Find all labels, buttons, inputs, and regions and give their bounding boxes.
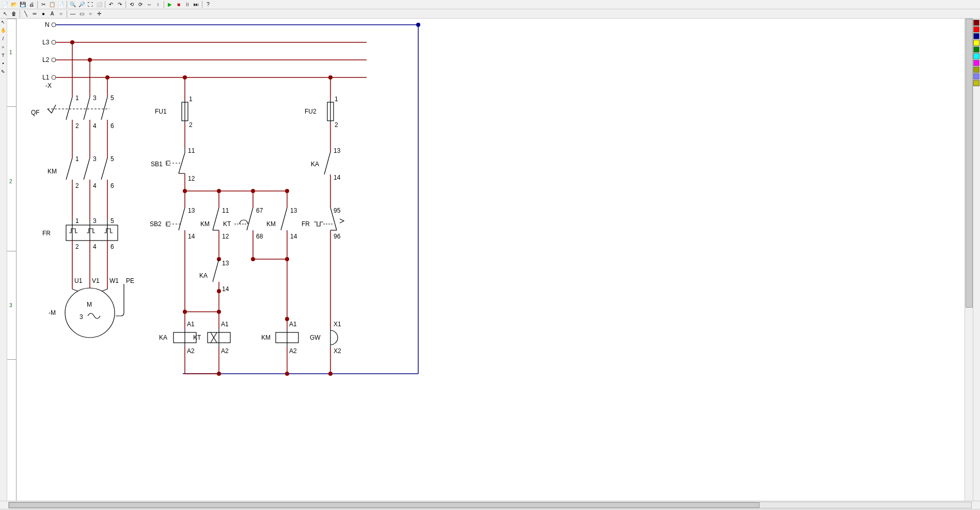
rect-icon[interactable]: ▭ [77, 10, 86, 18]
color-swatch[interactable] [973, 60, 979, 66]
center-icon[interactable]: ✛ [95, 10, 103, 18]
vertical-scrollbar[interactable] [965, 19, 973, 501]
rotate-left-icon[interactable]: ⟲ [128, 1, 136, 9]
junction-node [285, 372, 289, 376]
tool-hand-icon[interactable]: ✋ [0, 28, 6, 35]
color-palette [973, 19, 980, 501]
color-swatch[interactable] [973, 67, 979, 73]
print-icon[interactable]: 🖨 [27, 1, 36, 9]
cut-icon[interactable]: ✂ [39, 1, 48, 9]
terminal-N[interactable] [52, 23, 56, 27]
left-toolbox: ↖ ✋ / = T • ✎ [0, 19, 7, 501]
scrollbar-thumb[interactable] [9, 502, 760, 508]
svg-text:4: 4 [93, 122, 97, 130]
circle-icon[interactable]: ○ [86, 10, 94, 18]
tool-text-icon[interactable]: T [0, 53, 6, 60]
component-SB1[interactable] [166, 148, 185, 173]
sim-play-icon[interactable]: ▶ [166, 1, 174, 9]
component-KM-aux1[interactable] [213, 208, 219, 230]
horizontal-scrollbar[interactable] [0, 501, 980, 509]
comp-label-motor: -M [49, 309, 56, 316]
component-KM-coil[interactable] [276, 329, 298, 347]
bus-icon[interactable]: ═ [30, 10, 39, 18]
color-swatch[interactable] [973, 73, 979, 79]
component-FU1[interactable] [182, 100, 188, 123]
component-KT-contact[interactable] [234, 208, 253, 230]
label-icon[interactable]: A [48, 10, 56, 18]
tool-bus-icon[interactable]: = [0, 44, 6, 52]
sim-pause-icon[interactable]: ⏸ [183, 1, 192, 9]
tool-wire-icon[interactable]: / [0, 36, 6, 43]
terminal-L2[interactable] [52, 58, 56, 62]
tool-pen-icon[interactable]: ✎ [0, 69, 6, 76]
svg-text:6: 6 [110, 182, 114, 189]
comp-label-KT-contact: KT [223, 220, 231, 228]
rotate-right-icon[interactable]: ⟳ [136, 1, 145, 9]
terminal-icon[interactable]: ○ [57, 10, 65, 18]
sim-stop-icon[interactable]: ■ [175, 1, 183, 9]
component-KT-coil[interactable] [208, 329, 230, 347]
component-KM-main[interactable] [66, 158, 107, 180]
zoom-region-icon[interactable]: ⬜ [95, 1, 103, 9]
paste-icon[interactable]: 📄 [57, 1, 65, 9]
vertical-ruler: 1 2 3 [7, 19, 17, 501]
comp-label-GW: GW [310, 334, 321, 341]
zoom-in-icon[interactable]: 🔍 [69, 1, 77, 9]
component-KA-aux[interactable] [213, 259, 219, 282]
redo-icon[interactable]: ↷ [116, 1, 124, 9]
canvas-viewport[interactable]: N L3 L2 L1 -X [17, 19, 973, 501]
component-GW[interactable] [330, 329, 338, 347]
wire-icon[interactable]: ╲ [22, 10, 30, 18]
color-swatch[interactable] [973, 33, 979, 39]
color-swatch[interactable] [973, 80, 979, 86]
component-motor[interactable]: M 3 [65, 284, 124, 338]
svg-text:1: 1 [189, 95, 193, 103]
main-area: ↖ ✋ / = T • ✎ 1 2 3 N [0, 19, 980, 501]
schematic-canvas[interactable]: N L3 L2 L1 -X [17, 19, 770, 401]
color-swatch[interactable] [973, 46, 979, 53]
zoom-out-icon[interactable]: 🔎 [77, 1, 86, 9]
open-file-icon[interactable]: 📂 [10, 1, 18, 9]
delete-icon[interactable]: 🗑 [10, 10, 18, 18]
svg-text:12: 12 [222, 233, 229, 240]
terminal-L3[interactable] [52, 40, 56, 44]
svg-text:3: 3 [93, 94, 97, 102]
junction-icon[interactable]: ● [39, 10, 48, 18]
component-FR-main[interactable] [66, 220, 118, 241]
toolbar-separator [164, 1, 164, 8]
scrollbar-thumb[interactable] [966, 19, 973, 308]
undo-icon[interactable]: ↶ [107, 1, 115, 9]
tool-select-icon[interactable]: ↖ [0, 20, 6, 27]
new-file-icon[interactable]: 📄 [1, 1, 9, 9]
color-swatch[interactable] [973, 40, 979, 46]
bus-label-L2: L2 [42, 56, 50, 63]
svg-line-53 [213, 208, 219, 230]
color-swatch[interactable] [973, 26, 979, 33]
svg-text:5: 5 [110, 94, 114, 102]
svg-text:W1: W1 [109, 277, 119, 284]
color-swatch[interactable] [973, 20, 979, 26]
color-swatch[interactable] [973, 53, 979, 59]
toolbar-main: 📄 📂 💾 🖨 ✂ 📋 📄 🔍 🔎 ⛶ ⬜ ↶ ↷ ⟲ ⟳ ↔ ↕ ▶ ■ ⏸ … [0, 0, 980, 9]
save-file-icon[interactable]: 💾 [19, 1, 27, 9]
svg-text:14: 14 [188, 233, 195, 240]
component-KM-aux2[interactable] [281, 208, 287, 230]
component-KA-contact[interactable] [324, 152, 330, 174]
line-icon[interactable]: — [69, 10, 77, 18]
sim-step-icon[interactable]: ⏭ [192, 1, 200, 9]
pointer-icon[interactable]: ↖ [1, 10, 9, 18]
svg-line-5 [101, 97, 107, 120]
mirror-v-icon[interactable]: ↕ [154, 1, 162, 9]
component-SB2[interactable] [166, 208, 185, 230]
svg-text:14: 14 [290, 233, 297, 240]
mirror-h-icon[interactable]: ↔ [145, 1, 153, 9]
svg-text:5: 5 [110, 155, 114, 163]
component-FU2[interactable] [327, 100, 334, 123]
svg-text:A2: A2 [221, 347, 229, 355]
scrollbar-track[interactable] [8, 502, 972, 508]
copy-icon[interactable]: 📋 [48, 1, 56, 9]
tool-node-icon[interactable]: • [0, 61, 6, 68]
help-icon[interactable]: ? [204, 1, 212, 9]
terminal-L1[interactable] [52, 75, 56, 79]
zoom-fit-icon[interactable]: ⛶ [86, 1, 94, 9]
